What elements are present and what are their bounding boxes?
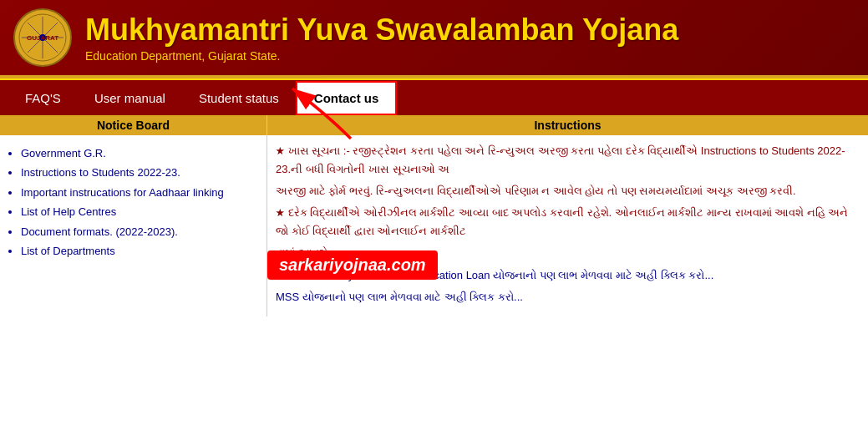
watermark: sarkariyojnaa.com	[267, 250, 438, 280]
instructions-content: ★ ખાસ સૂચના :- રજીસ્ટ્રેશન કરતા પહેલા અન…	[267, 135, 868, 316]
nav-item-student-status[interactable]: Student status	[182, 83, 296, 114]
navbar: FAQ'S User manual Student status Contact…	[0, 78, 868, 115]
nav-item-contact-us[interactable]: Contact us	[296, 81, 398, 115]
mss-link[interactable]: MSS યોજનાનો પણ લાભ મેળવવા માટે અહી ક્લિક…	[276, 291, 523, 303]
right-panel: Instructions ★ ખાસ સૂચના :- રજીસ્ટ્રેશન …	[267, 115, 868, 316]
instructions-label: Instructions	[534, 119, 601, 132]
notice-item-3[interactable]: List of Help Centres	[21, 202, 258, 221]
header-text: Mukhyamantri Yuva Swavalamban Yojana Edu…	[85, 13, 678, 63]
nav-item-faqs[interactable]: FAQ'S	[8, 83, 78, 114]
emblem-logo: GUJARAT	[13, 8, 72, 67]
notice-board-label: Notice Board	[97, 119, 170, 132]
notice-item-1[interactable]: Instructions to Students 2022-23.	[21, 163, 258, 182]
instruction-link-1[interactable]: MSS યોજનાનો પણ લાભ મેળવવા માટે અહી ક્લિક…	[276, 288, 860, 306]
svg-text:GUJARAT: GUJARAT	[27, 34, 58, 42]
instructions-bar: Instructions	[267, 115, 868, 135]
notice-item-5[interactable]: List of Departments	[21, 241, 258, 261]
notice-board-bar: Notice Board	[0, 115, 266, 135]
left-panel: Notice Board Government G.R. Instruction…	[0, 115, 267, 316]
notice-item-0[interactable]: Government G.R.	[21, 144, 258, 163]
content-wrapper: Notice Board Government G.R. Instruction…	[0, 115, 868, 316]
instruction-line-2: ★ દરેક વિદ્યાર્થીએ ઓરીઝીનલ માર્કશીટ આવ્ય…	[276, 204, 860, 240]
notice-item-2[interactable]: Important instrucations for Aadhaar link…	[21, 183, 258, 202]
instruction-line-0: ★ ખાસ સૂચના :- રજીસ્ટ્રેશન કરતા પહેલા અન…	[276, 142, 860, 179]
site-subtitle: Education Department, Gujarat State.	[85, 49, 678, 63]
notice-item-4[interactable]: Document formats. (2022-2023).	[21, 222, 258, 241]
site-title: Mukhyamantri Yuva Swavalamban Yojana	[85, 13, 678, 48]
instruction-line-1: અરજી માટે ફોર્મ ભરવું. રિ-ન્યુઅલના વિદ્ય…	[276, 182, 860, 200]
nav-item-user-manual[interactable]: User manual	[78, 83, 182, 114]
header: GUJARAT Mukhyamantri Yuva Swavalamban Yo…	[0, 0, 868, 75]
notice-list: Government G.R. Instructions to Students…	[0, 135, 266, 269]
